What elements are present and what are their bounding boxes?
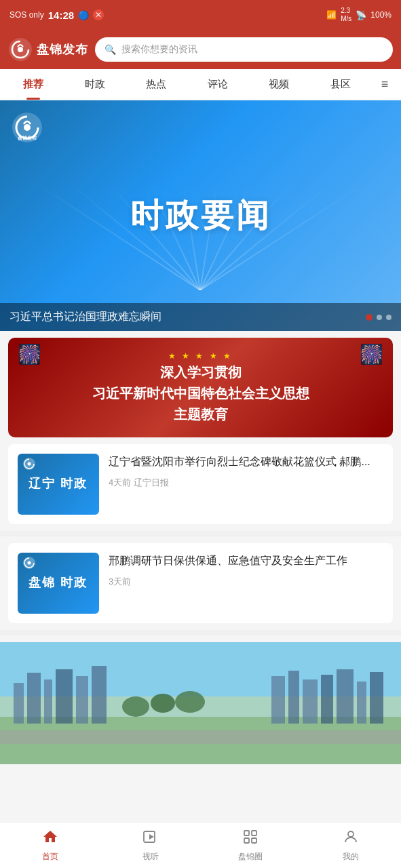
svg-point-16 bbox=[28, 462, 31, 466]
search-input-placeholder: 搜索你想要的资讯 bbox=[121, 43, 197, 56]
banner-caption: 习近平总书记治国理政难忘瞬间 bbox=[0, 303, 401, 331]
banner-caption-text: 习近平总书记治国理政难忘瞬间 bbox=[9, 310, 161, 324]
banner-title: 时政要闻 bbox=[130, 194, 271, 237]
svg-rect-22 bbox=[0, 730, 401, 744]
svg-rect-43 bbox=[244, 838, 249, 843]
svg-rect-38 bbox=[370, 672, 383, 724]
svg-rect-44 bbox=[252, 838, 256, 843]
promo-stars: ★ ★ ★ ★ ★ bbox=[24, 351, 377, 361]
network-speed: 2.3M/s bbox=[341, 7, 351, 23]
news-thumb-1: 辽宁 时政 bbox=[18, 454, 99, 515]
battery-label: 100% bbox=[370, 10, 392, 20]
dot-3 bbox=[386, 315, 392, 320]
video-label: 视听 bbox=[142, 851, 159, 863]
promo-line3: 主题教育 bbox=[24, 406, 377, 424]
profile-label: 我的 bbox=[343, 851, 359, 863]
city-photo bbox=[0, 642, 401, 764]
notification-icon: 🔵 bbox=[78, 10, 89, 20]
promo-line2: 习近平新时代中国特色社会主义思想 bbox=[24, 384, 377, 403]
wifi-icon: 📡 bbox=[356, 10, 366, 20]
svg-point-13 bbox=[24, 124, 31, 131]
user-icon bbox=[343, 829, 359, 849]
svg-rect-25 bbox=[44, 679, 52, 724]
grid-icon bbox=[242, 829, 259, 849]
home-label: 首页 bbox=[42, 851, 58, 863]
dot-1 bbox=[366, 314, 373, 321]
bottom-nav-circle[interactable]: 盘锦圈 bbox=[201, 823, 301, 868]
promo-banner[interactable]: 🎆 🎆 ★ ★ ★ ★ ★ 深入学习贯彻 习近平新时代中国特色社会主义思想 主题… bbox=[8, 338, 393, 437]
bottom-nav-profile[interactable]: 我的 bbox=[301, 823, 401, 868]
bottom-nav: 首页 视听 盘锦圈 我的 bbox=[0, 822, 401, 868]
sos-label: SOS only bbox=[9, 10, 44, 20]
signal-icon: 📶 bbox=[326, 10, 337, 20]
tab-comment[interactable]: 评论 bbox=[187, 69, 249, 100]
video-icon bbox=[142, 829, 159, 849]
news-title-2: 邢鹏调研节日保供保通、应急值守及安全生产工作 bbox=[109, 553, 383, 569]
bottom-nav-spacer bbox=[0, 764, 401, 810]
news-meta-1: 4天前 辽宁日报 bbox=[109, 477, 383, 489]
promo-line1: 深入学习贯彻 bbox=[24, 363, 377, 382]
svg-text:盘锦发布: 盘锦发布 bbox=[18, 136, 37, 140]
tab-recommend[interactable]: 推荐 bbox=[3, 69, 64, 100]
home-icon bbox=[42, 829, 58, 849]
svg-point-18 bbox=[28, 561, 31, 565]
tab-district[interactable]: 县区 bbox=[310, 69, 372, 100]
news-card-1[interactable]: 辽宁 时政 辽宁省暨沈阳市举行向烈士纪念碑敬献花篮仪式 郝鹏... 4天前 辽宁… bbox=[8, 444, 393, 524]
divider-1 bbox=[0, 531, 401, 536]
divider-2 bbox=[0, 630, 401, 635]
status-bar: SOS only 14:28 🔵 ✕ 📶 2.3M/s 📡 100% bbox=[0, 0, 401, 30]
app-logo-icon bbox=[8, 37, 33, 62]
logo-area: 盘锦发布 bbox=[8, 37, 88, 62]
thumb-logo-1 bbox=[22, 457, 36, 471]
nav-more-button[interactable]: ≡ bbox=[371, 77, 398, 92]
svg-rect-33 bbox=[288, 671, 299, 724]
nav-tabs: 推荐 时政 热点 评论 视频 县区 ≡ bbox=[0, 69, 401, 100]
svg-point-31 bbox=[175, 691, 205, 713]
svg-point-45 bbox=[348, 831, 354, 837]
dot-2 bbox=[377, 315, 382, 320]
status-left: SOS only 14:28 🔵 ✕ bbox=[9, 9, 104, 21]
thumb-label-2: 盘锦 时政 bbox=[28, 575, 88, 591]
svg-point-30 bbox=[151, 694, 175, 713]
thumb-logo-2 bbox=[22, 556, 36, 570]
banner-carousel[interactable]: 盘锦发布 时政要闻 习近平总书记治国理政难忘瞬间 bbox=[0, 100, 401, 331]
app-header: 盘锦发布 🔍 搜索你想要的资讯 bbox=[0, 30, 401, 69]
svg-rect-34 bbox=[303, 679, 318, 724]
tab-hot[interactable]: 热点 bbox=[126, 69, 187, 100]
thumb-label-1: 辽宁 时政 bbox=[28, 476, 88, 492]
news-card-2[interactable]: 盘锦 时政 邢鹏调研节日保供保通、应急值守及安全生产工作 3天前 bbox=[8, 543, 393, 623]
news-thumb-2: 盘锦 时政 bbox=[18, 553, 99, 614]
svg-rect-26 bbox=[56, 669, 73, 724]
svg-rect-36 bbox=[337, 669, 354, 724]
tab-video[interactable]: 视频 bbox=[248, 69, 310, 100]
svg-rect-24 bbox=[27, 673, 41, 724]
dot-indicators bbox=[366, 314, 392, 321]
city-skyline-svg bbox=[0, 642, 401, 764]
tab-politics[interactable]: 时政 bbox=[64, 69, 126, 100]
svg-rect-23 bbox=[14, 683, 24, 724]
search-icon: 🔍 bbox=[104, 44, 116, 55]
firework-right-icon: 🎆 bbox=[360, 343, 383, 366]
news-content-1: 辽宁省暨沈阳市举行向烈士纪念碑敬献花篮仪式 郝鹏... 4天前 辽宁日报 bbox=[109, 454, 383, 489]
svg-rect-41 bbox=[244, 831, 249, 835]
bottom-nav-video[interactable]: 视听 bbox=[100, 823, 201, 868]
firework-left-icon: 🎆 bbox=[18, 343, 41, 366]
time-label: 14:28 bbox=[48, 9, 74, 21]
svg-point-29 bbox=[122, 696, 149, 717]
status-right: 📶 2.3M/s 📡 100% bbox=[326, 7, 392, 23]
banner-logo-icon: 盘锦发布 bbox=[11, 111, 43, 144]
news-meta-2: 3天前 bbox=[109, 576, 383, 588]
svg-rect-35 bbox=[321, 675, 333, 724]
circle-label: 盘锦圈 bbox=[238, 851, 263, 863]
svg-rect-28 bbox=[92, 666, 107, 724]
svg-rect-32 bbox=[271, 676, 285, 724]
svg-rect-42 bbox=[252, 831, 256, 835]
svg-marker-40 bbox=[149, 834, 154, 840]
search-bar[interactable]: 🔍 搜索你想要的资讯 bbox=[95, 37, 393, 62]
svg-rect-37 bbox=[357, 682, 366, 724]
svg-rect-27 bbox=[76, 676, 88, 724]
news-title-1: 辽宁省暨沈阳市举行向烈士纪念碑敬献花篮仪式 郝鹏... bbox=[109, 454, 383, 470]
logo-text: 盘锦发布 bbox=[37, 41, 88, 58]
close-icon: ✕ bbox=[93, 9, 104, 20]
bottom-nav-home[interactable]: 首页 bbox=[0, 823, 100, 868]
